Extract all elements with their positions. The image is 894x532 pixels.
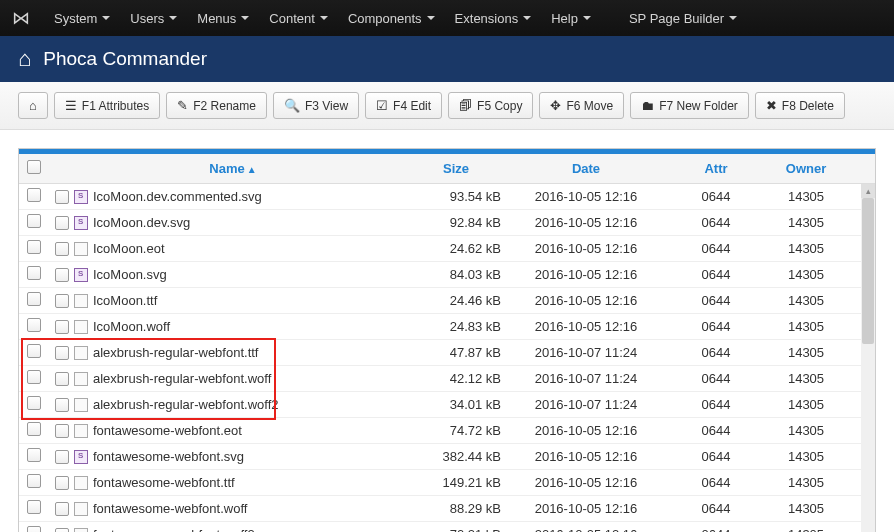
file-icon (74, 424, 88, 438)
file-icon (74, 320, 88, 334)
f4-edit-button[interactable]: ☑F4 Edit (365, 92, 442, 119)
row-checkbox[interactable] (27, 422, 41, 436)
file-icon (74, 190, 88, 204)
column-name[interactable]: Name▲ (55, 161, 411, 176)
nav-label: Content (269, 11, 315, 26)
row-checkbox-2[interactable] (55, 242, 69, 256)
table-row[interactable]: fontawesome-webfont.eot74.72 kB2016-10-0… (19, 418, 875, 444)
nav-item[interactable]: Users (120, 0, 187, 36)
row-checkbox[interactable] (27, 500, 41, 514)
nav-item[interactable]: Extensions (445, 0, 542, 36)
file-date: 2016-10-05 12:16 (501, 527, 671, 532)
row-checkbox[interactable] (27, 370, 41, 384)
table-row[interactable]: IcoMoon.ttf24.46 kB2016-10-05 12:1606441… (19, 288, 875, 314)
row-checkbox-2[interactable] (55, 190, 69, 204)
file-attr: 0644 (671, 241, 761, 256)
table-row[interactable]: fontawesome-webfont.svg382.44 kB2016-10-… (19, 444, 875, 470)
f2-rename-button[interactable]: ✎F2 Rename (166, 92, 267, 119)
table-row[interactable]: IcoMoon.eot24.62 kB2016-10-05 12:1606441… (19, 236, 875, 262)
table-row[interactable]: IcoMoon.svg84.03 kB2016-10-05 12:1606441… (19, 262, 875, 288)
row-checkbox-2[interactable] (55, 216, 69, 230)
table-row[interactable]: fontawesome-webfont.woff88.29 kB2016-10-… (19, 496, 875, 522)
button-icon: ✎ (177, 98, 188, 113)
nav-item[interactable]: Components (338, 0, 445, 36)
button-icon: ✖ (766, 98, 777, 113)
button-icon: 🗐 (459, 98, 472, 113)
f8-delete-button[interactable]: ✖F8 Delete (755, 92, 845, 119)
nav-item[interactable]: SP Page Builder (619, 0, 747, 36)
nav-item[interactable]: Content (259, 0, 338, 36)
file-name: IcoMoon.dev.commented.svg (93, 189, 262, 204)
table-row[interactable]: fontawesome-webfont.woff270.21 kB2016-10… (19, 522, 875, 532)
button-label: F7 New Folder (659, 99, 738, 113)
row-checkbox[interactable] (27, 526, 41, 532)
row-checkbox-2[interactable] (55, 372, 69, 386)
file-panel: Name▲ Size Date Attr Owner IcoMoon.dev.c… (18, 148, 876, 532)
row-checkbox-2[interactable] (55, 502, 69, 516)
row-checkbox-2[interactable] (55, 476, 69, 490)
column-owner[interactable]: Owner (761, 161, 851, 176)
file-attr: 0644 (671, 423, 761, 438)
column-size[interactable]: Size (411, 161, 501, 176)
row-checkbox[interactable] (27, 474, 41, 488)
file-name: alexbrush-regular-webfont.woff2 (93, 397, 278, 412)
row-checkbox-2[interactable] (55, 424, 69, 438)
row-checkbox[interactable] (27, 240, 41, 254)
row-checkbox[interactable] (27, 266, 41, 280)
f1-attributes-button[interactable]: ☰F1 Attributes (54, 92, 160, 119)
f7-new-folder-button[interactable]: 🖿F7 New Folder (630, 92, 749, 119)
table-row[interactable]: IcoMoon.dev.commented.svg93.54 kB2016-10… (19, 184, 875, 210)
file-size: 24.83 kB (411, 319, 501, 334)
page-title: Phoca Commander (43, 48, 207, 70)
select-all-checkbox[interactable] (27, 160, 41, 174)
file-date: 2016-10-05 12:16 (501, 189, 671, 204)
scrollbar[interactable]: ▴ ▾ (861, 184, 875, 532)
file-owner: 14305 (761, 241, 851, 256)
row-checkbox[interactable] (27, 396, 41, 410)
file-size: 34.01 kB (411, 397, 501, 412)
table-row[interactable]: alexbrush-regular-webfont.woff42.12 kB20… (19, 366, 875, 392)
file-attr: 0644 (671, 319, 761, 334)
nav-item[interactable]: System (44, 0, 120, 36)
caret-down-icon (241, 16, 249, 20)
file-name: IcoMoon.svg (93, 267, 167, 282)
row-checkbox[interactable] (27, 214, 41, 228)
row-checkbox-2[interactable] (55, 346, 69, 360)
table-row[interactable]: alexbrush-regular-webfont.woff234.01 kB2… (19, 392, 875, 418)
f3-view-button[interactable]: 🔍F3 View (273, 92, 359, 119)
file-owner: 14305 (761, 397, 851, 412)
row-checkbox[interactable] (27, 292, 41, 306)
table-row[interactable]: IcoMoon.dev.svg92.84 kB2016-10-05 12:160… (19, 210, 875, 236)
button-label: F5 Copy (477, 99, 522, 113)
table-row[interactable]: alexbrush-regular-webfont.ttf47.87 kB201… (19, 340, 875, 366)
row-checkbox[interactable] (27, 188, 41, 202)
f6-move-button[interactable]: ✥F6 Move (539, 92, 624, 119)
nav-item[interactable]: Help (541, 0, 601, 36)
toolbar: ⌂ ☰F1 Attributes✎F2 Rename🔍F3 View☑F4 Ed… (0, 82, 894, 130)
table-row[interactable]: fontawesome-webfont.ttf149.21 kB2016-10-… (19, 470, 875, 496)
nav-item[interactable]: Menus (187, 0, 259, 36)
file-date: 2016-10-05 12:16 (501, 215, 671, 230)
home-button[interactable]: ⌂ (18, 92, 48, 119)
column-date[interactable]: Date (501, 161, 671, 176)
f5-copy-button[interactable]: 🗐F5 Copy (448, 92, 533, 119)
file-attr: 0644 (671, 371, 761, 386)
row-checkbox-2[interactable] (55, 268, 69, 282)
caret-down-icon (523, 16, 531, 20)
row-checkbox-2[interactable] (55, 450, 69, 464)
row-checkbox-2[interactable] (55, 528, 69, 533)
row-checkbox[interactable] (27, 448, 41, 462)
row-checkbox-2[interactable] (55, 398, 69, 412)
row-checkbox-2[interactable] (55, 320, 69, 334)
column-attr[interactable]: Attr (671, 161, 761, 176)
table-row[interactable]: IcoMoon.woff24.83 kB2016-10-05 12:160644… (19, 314, 875, 340)
row-checkbox[interactable] (27, 318, 41, 332)
scroll-up-icon[interactable]: ▴ (861, 184, 875, 198)
button-icon: 🔍 (284, 98, 300, 113)
admin-navbar: ⋈ SystemUsersMenusContentComponentsExten… (0, 0, 894, 36)
row-checkbox[interactable] (27, 344, 41, 358)
file-icon (74, 502, 88, 516)
row-checkbox-2[interactable] (55, 294, 69, 308)
file-rows: IcoMoon.dev.commented.svg93.54 kB2016-10… (19, 184, 875, 532)
scrollbar-thumb[interactable] (862, 198, 874, 344)
